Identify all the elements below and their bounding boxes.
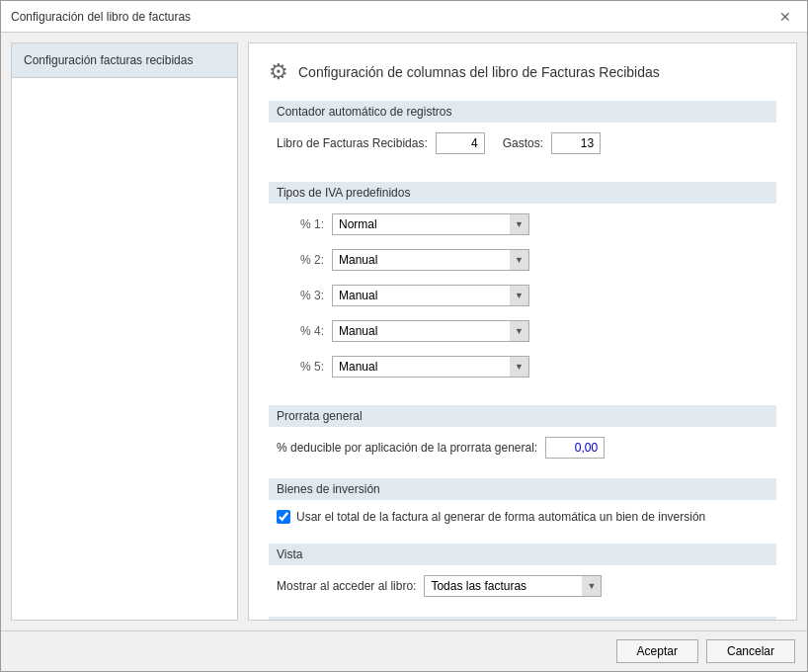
vista-label: Mostrar al acceder al libro:	[277, 579, 416, 593]
iva-label-5: % 5:	[284, 360, 324, 374]
section-header-iva: Tipos de IVA predefinidos	[269, 182, 776, 204]
iva-select-2[interactable]: Normal Manual Reducido Superreducido	[332, 249, 529, 271]
section-contador: Contador automático de registros Libro d…	[269, 101, 776, 166]
section-header-bienes: Bienes de inversión	[269, 478, 776, 500]
iva-row-3: % 3: Normal Manual Reducido Superreducid…	[284, 285, 768, 306]
section-header-contador: Contador automático de registros	[269, 101, 776, 123]
section-content-prorrata: % deducible por aplicación de la prorrat…	[269, 437, 776, 462]
contador-row: Libro de Facturas Recibidas: Gastos:	[277, 132, 768, 154]
sidebar-item-facturas-recibidas[interactable]: Configuración facturas recibidas	[12, 43, 237, 78]
section-iva: Tipos de IVA predefinidos % 1: Normal Ma…	[269, 182, 776, 389]
section-vista: Vista Mostrar al acceder al libro: Todas…	[269, 544, 776, 601]
iva-dropdown-wrapper-4: Normal Manual Reducido Superreducido ▼	[332, 320, 529, 342]
panel-title: Configuración de columnas del libro de F…	[298, 64, 660, 80]
iva-label-3: % 3:	[284, 289, 324, 302]
gastos-input[interactable]	[551, 132, 601, 154]
section-prorrata: Prorrata general % deducible por aplicac…	[269, 405, 776, 462]
window-body: Configuración facturas recibidas ⚙ Confi…	[1, 33, 807, 630]
vista-dropdown-wrapper: Todas las facturas Últimas facturas Fact…	[424, 575, 602, 597]
iva-dropdown-wrapper-5: Normal Manual Reducido Superreducido ▼	[332, 356, 529, 378]
bienes-checkbox-label: Usar el total de la factura al generar d…	[296, 510, 705, 524]
section-content-iva: % 1: Normal Manual Reducido Superreducid…	[269, 213, 776, 389]
iva-label-2: % 2:	[284, 253, 324, 267]
bienes-checkbox-row: Usar el total de la factura al generar d…	[277, 510, 768, 524]
vista-row: Mostrar al acceder al libro: Todas las f…	[277, 575, 768, 597]
gear-icon: ⚙	[269, 59, 288, 85]
iva-dropdown-wrapper-1: Normal Manual Reducido Superreducido ▼	[332, 213, 529, 235]
section-mantenimiento: Mantenimiento Al pulsar el botón "Acepta…	[269, 617, 776, 621]
iva-row-5: % 5: Normal Manual Reducido Superreducid…	[284, 356, 768, 378]
iva-rows: % 1: Normal Manual Reducido Superreducid…	[277, 213, 768, 385]
bienes-checkbox[interactable]	[277, 510, 290, 524]
iva-label-4: % 4:	[284, 324, 324, 338]
section-content-bienes: Usar el total de la factura al generar d…	[269, 510, 776, 528]
iva-dropdown-wrapper-2: Normal Manual Reducido Superreducido ▼	[332, 249, 529, 271]
iva-row-2: % 2: Normal Manual Reducido Superreducid…	[284, 249, 768, 271]
main-panel: ⚙ Configuración de columnas del libro de…	[248, 42, 797, 621]
accept-button[interactable]: Aceptar	[616, 639, 698, 663]
prorrata-label: % deducible por aplicación de la prorrat…	[277, 441, 537, 455]
section-content-contador: Libro de Facturas Recibidas: Gastos:	[269, 132, 776, 166]
iva-select-1[interactable]: Normal Manual Reducido Superreducido	[332, 213, 529, 235]
panel-header: ⚙ Configuración de columnas del libro de…	[269, 59, 776, 85]
title-bar: Configuración del libro de facturas ✕	[1, 1, 807, 33]
prorrata-input[interactable]	[545, 437, 605, 459]
section-content-vista: Mostrar al acceder al libro: Todas las f…	[269, 575, 776, 601]
libro-input[interactable]	[436, 132, 485, 154]
iva-select-5[interactable]: Normal Manual Reducido Superreducido	[332, 356, 529, 378]
cancel-button[interactable]: Cancelar	[706, 639, 795, 663]
iva-select-3[interactable]: Normal Manual Reducido Superreducido	[332, 285, 529, 306]
iva-select-4[interactable]: Normal Manual Reducido Superreducido	[332, 320, 529, 342]
prorrata-row: % deducible por aplicación de la prorrat…	[277, 437, 768, 459]
sidebar: Configuración facturas recibidas	[11, 42, 238, 621]
close-button[interactable]: ✕	[773, 7, 797, 27]
window-title: Configuración del libro de facturas	[11, 10, 191, 24]
section-header-mantenimiento: Mantenimiento	[269, 617, 776, 621]
iva-row-1: % 1: Normal Manual Reducido Superreducid…	[284, 213, 768, 235]
iva-dropdown-wrapper-3: Normal Manual Reducido Superreducido ▼	[332, 285, 529, 306]
section-header-vista: Vista	[269, 544, 776, 565]
vista-select[interactable]: Todas las facturas Últimas facturas Fact…	[424, 575, 602, 597]
main-window: Configuración del libro de facturas ✕ Co…	[0, 0, 808, 672]
iva-row-4: % 4: Normal Manual Reducido Superreducid…	[284, 320, 768, 342]
section-bienes: Bienes de inversión Usar el total de la …	[269, 478, 776, 528]
section-header-prorrata: Prorrata general	[269, 405, 776, 427]
gastos-label: Gastos:	[503, 136, 543, 150]
libro-label: Libro de Facturas Recibidas:	[277, 136, 428, 150]
iva-label-1: % 1:	[284, 217, 324, 231]
footer: Aceptar Cancelar	[1, 630, 807, 671]
